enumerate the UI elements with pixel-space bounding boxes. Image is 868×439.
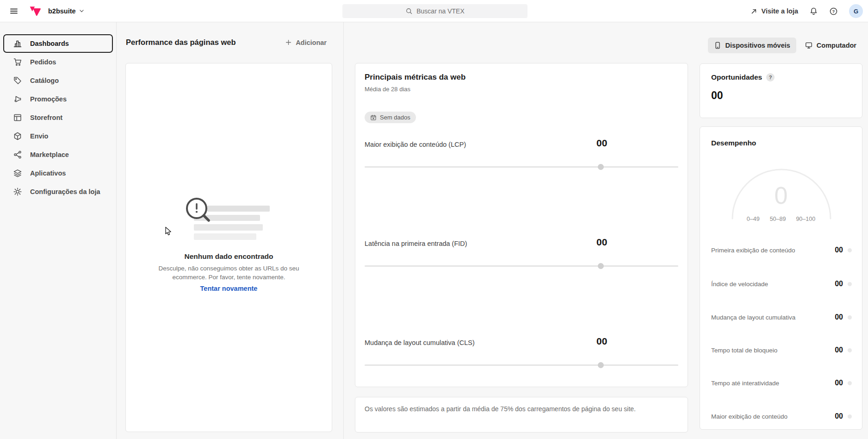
menu-icon[interactable] bbox=[7, 5, 20, 18]
gear-icon bbox=[13, 187, 22, 196]
performance-row-value: 00 bbox=[835, 246, 843, 254]
no-data-badge: Sem dados bbox=[365, 112, 416, 123]
cube-icon bbox=[13, 132, 22, 141]
performance-row-label: Primeira exibição de conteúdo bbox=[711, 247, 835, 254]
empty-state-illustration bbox=[187, 198, 271, 242]
sidebar-item-pedidos[interactable]: Pedidos bbox=[0, 53, 116, 71]
avatar[interactable]: G bbox=[849, 4, 863, 18]
topbar-actions: Visite a loja ? G bbox=[750, 0, 863, 22]
skeleton-bar bbox=[207, 206, 270, 212]
web-vitals-subtitle: Média de 28 dias bbox=[365, 86, 410, 93]
status-dot-icon bbox=[848, 315, 852, 320]
sidebar-item-configuracoes[interactable]: Configurações da loja bbox=[0, 182, 116, 201]
opportunities-title: Oportunidades bbox=[711, 73, 762, 82]
empty-state-message: Desculpe, não conseguimos obter as URLs … bbox=[155, 264, 304, 282]
share-network-icon bbox=[13, 150, 22, 159]
performance-row: Primeira exibição de conteúdo 00 bbox=[711, 245, 852, 255]
status-dot-icon bbox=[848, 348, 852, 352]
no-data-badge-label: Sem dados bbox=[380, 114, 410, 121]
help-badge-icon[interactable]: ? bbox=[766, 73, 775, 82]
performance-title: Desempenho bbox=[711, 139, 756, 147]
performance-row-label: Mudança de layout cumulativa bbox=[711, 314, 835, 321]
metric-label: Latência na primeira entrada (FID) bbox=[365, 240, 467, 247]
desktop-toggle-label: Computador bbox=[817, 42, 856, 49]
metric-slider bbox=[365, 364, 678, 366]
performance-row-label: Índice de velocidade bbox=[711, 281, 835, 288]
metric-value: 00 bbox=[596, 237, 607, 248]
sidebar-item-storefront[interactable]: Storefront bbox=[0, 108, 116, 127]
slider-thumb-icon bbox=[598, 263, 604, 269]
legend-item: 50–89 bbox=[770, 216, 786, 222]
legend-item: 0–49 bbox=[747, 216, 760, 222]
metric-lcp: Maior exibição de conteúdo (LCP) 00 bbox=[365, 141, 678, 173]
mobile-toggle-button[interactable]: Dispositivos móveis bbox=[708, 38, 796, 53]
avatar-initial: G bbox=[854, 8, 858, 15]
sidebar-item-dashboards[interactable]: Dashboards bbox=[3, 34, 113, 53]
sidebar: Dashboards Pedidos Catálogo Promoções St… bbox=[0, 22, 117, 439]
performance-row-value: 00 bbox=[835, 313, 843, 321]
svg-text:?: ? bbox=[832, 8, 835, 13]
sidebar-item-marketplace[interactable]: Marketplace bbox=[0, 145, 116, 164]
sidebar-item-promocoes[interactable]: Promoções bbox=[0, 90, 116, 108]
sidebar-item-label: Catálogo bbox=[30, 77, 59, 84]
performance-row-value: 00 bbox=[835, 346, 843, 354]
footnote-text: Os valores são estimados a partir da méd… bbox=[365, 405, 636, 413]
performance-row: Tempo até interatividade 00 bbox=[711, 378, 852, 388]
help-icon[interactable]: ? bbox=[829, 7, 838, 16]
account-switcher[interactable]: b2bsuite bbox=[48, 7, 85, 15]
metric-slider bbox=[365, 265, 678, 267]
cart-icon bbox=[13, 57, 22, 67]
search-icon bbox=[405, 7, 413, 15]
sidebar-item-label: Configurações da loja bbox=[30, 188, 100, 195]
sidebar-item-label: Promoções bbox=[30, 95, 67, 103]
account-name: b2bsuite bbox=[48, 7, 76, 15]
sidebar-item-label: Storefront bbox=[30, 114, 62, 121]
desktop-toggle-button[interactable]: Computador bbox=[799, 38, 862, 53]
metric-label: Mudança de layout cumulativa (CLS) bbox=[365, 339, 475, 346]
metric-value: 00 bbox=[596, 138, 607, 149]
visit-store-link[interactable]: Visite a loja bbox=[750, 7, 798, 15]
tag-icon bbox=[13, 76, 22, 85]
vtex-logo-icon[interactable] bbox=[29, 5, 42, 17]
pages-empty-card: Nenhum dado encontrado Desculpe, não con… bbox=[125, 63, 332, 432]
slider-thumb-icon bbox=[598, 164, 604, 170]
performance-row-value: 00 bbox=[835, 379, 843, 387]
sidebar-item-aplicativos[interactable]: Aplicativos bbox=[0, 164, 116, 182]
status-dot-icon bbox=[848, 381, 852, 385]
mouse-cursor bbox=[165, 226, 174, 237]
mobile-toggle-label: Dispositivos móveis bbox=[725, 42, 790, 49]
metric-fid: Latência na primeira entrada (FID) 00 bbox=[365, 240, 678, 272]
sidebar-item-envio[interactable]: Envio bbox=[0, 127, 116, 145]
status-dot-icon bbox=[848, 282, 852, 286]
sidebar-item-label: Aplicativos bbox=[30, 169, 66, 177]
layers-icon bbox=[13, 169, 22, 178]
mobile-phone-icon bbox=[714, 42, 721, 49]
performance-row: Tempo total de bloqueio 00 bbox=[711, 345, 852, 355]
sidebar-item-label: Envio bbox=[30, 132, 48, 140]
performance-row: Maior exibição de conteúdo 00 bbox=[711, 412, 852, 421]
sidebar-item-label: Marketplace bbox=[30, 151, 69, 158]
retry-button[interactable]: Tentar novamente bbox=[126, 285, 332, 292]
performance-row: Mudança de layout cumulativa 00 bbox=[711, 313, 852, 322]
device-toggle: Dispositivos móveis Computador bbox=[700, 38, 862, 53]
visit-store-label: Visite a loja bbox=[761, 7, 798, 15]
web-vitals-title: Principais métricas da web bbox=[365, 73, 465, 82]
performance-row: Índice de velocidade 00 bbox=[711, 279, 852, 288]
gauge-legend: 0–49 50–89 90–100 bbox=[700, 216, 862, 222]
opportunities-value: 00 bbox=[711, 89, 723, 102]
sidebar-item-label: Pedidos bbox=[30, 58, 56, 66]
skeleton-bar bbox=[194, 233, 256, 240]
plus-icon bbox=[285, 39, 292, 46]
performance-row-label: Tempo total de bloqueio bbox=[711, 347, 835, 354]
external-link-icon bbox=[750, 8, 757, 15]
footnote-card: Os valores são estimados a partir da méd… bbox=[355, 397, 688, 433]
search-input[interactable]: Buscar na VTEX bbox=[342, 4, 527, 18]
sidebar-item-catalogo[interactable]: Catálogo bbox=[0, 71, 116, 90]
sidebar-item-label: Dashboards bbox=[30, 40, 69, 47]
status-dot-icon bbox=[848, 248, 852, 252]
slider-thumb-icon bbox=[598, 362, 604, 368]
performance-card: Desempenho 0 0–49 50–89 90–100 Primeira … bbox=[700, 126, 862, 430]
notifications-bell-icon[interactable] bbox=[809, 7, 818, 16]
metric-value: 00 bbox=[596, 336, 607, 347]
add-page-button[interactable]: Adicionar bbox=[285, 39, 327, 46]
